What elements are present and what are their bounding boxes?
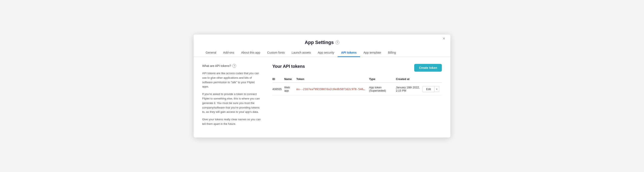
tab-api-tokens[interactable]: API tokens: [338, 49, 360, 57]
sidebar: What are API tokens? ? API tokens are li…: [202, 64, 262, 129]
th-created-at: Created at: [396, 76, 422, 82]
cell-token[interactable]: eu--2167eaf9933807da2c0edb50f3d2c9f8-546…: [296, 82, 369, 96]
modal-body: What are API tokens? ? API tokens are li…: [194, 57, 450, 136]
edit-button-group: Edit▾: [422, 86, 439, 92]
tab-custom-fonts[interactable]: Custom fonts: [264, 49, 288, 57]
tab-launch-assets[interactable]: Launch assets: [288, 49, 314, 57]
table-header-row: IDNameTokenTypeCreated at: [272, 76, 442, 82]
sidebar-question: What are API tokens? ?: [202, 64, 262, 68]
cell-action: Edit▾: [422, 82, 442, 96]
edit-button[interactable]: Edit: [422, 86, 434, 92]
edit-dropdown-button[interactable]: ▾: [434, 86, 439, 92]
cell-type: App token (Superseded): [369, 82, 396, 96]
tab-about[interactable]: About this app: [238, 49, 264, 57]
modal-title: App Settings ?: [305, 40, 339, 45]
table-row: 408555Web appeu--2167eaf9933807da2c0edb5…: [272, 82, 442, 96]
sidebar-help-icon[interactable]: ?: [232, 64, 236, 68]
tab-addons[interactable]: Add-ons: [220, 49, 238, 57]
sidebar-paragraph-1: API tokens are like access codes that yo…: [202, 71, 262, 89]
tab-general[interactable]: General: [202, 49, 220, 57]
th-type: Type: [369, 76, 396, 82]
app-settings-modal: App Settings ? × GeneralAdd-onsAbout thi…: [194, 35, 450, 137]
table-body: 408555Web appeu--2167eaf9933807da2c0edb5…: [272, 82, 442, 96]
tab-billing[interactable]: Billing: [384, 49, 399, 57]
modal-header: App Settings ? ×: [194, 35, 450, 45]
title-help-icon[interactable]: ?: [336, 41, 339, 44]
close-button[interactable]: ×: [441, 35, 447, 42]
cell-created-at: January 18th 2022, 2:15 PM: [396, 82, 422, 96]
token-table: IDNameTokenTypeCreated at 408555Web appe…: [272, 76, 442, 96]
create-token-button[interactable]: Create token: [414, 64, 442, 72]
sidebar-paragraph-3: Give your tokens really clear names so y…: [202, 117, 262, 126]
table-head: IDNameTokenTypeCreated at: [272, 76, 442, 82]
th-name: Name: [284, 76, 296, 82]
sidebar-paragraph-2: If you're asked to provide a token to co…: [202, 92, 262, 114]
th-token: Token: [296, 76, 369, 82]
cell-id: 408555: [272, 82, 284, 96]
tab-app-template[interactable]: App template: [360, 49, 385, 57]
tab-bar: GeneralAdd-onsAbout this appCustom fonts…: [194, 49, 450, 57]
th-actions: [422, 76, 442, 82]
main-content: Your API tokens Create token IDNameToken…: [272, 64, 442, 129]
cell-name: Web app: [284, 82, 296, 96]
section-title: Your API tokens: [272, 64, 305, 69]
modal-title-text: App Settings: [305, 40, 334, 45]
chevron-down-icon: ▾: [436, 88, 437, 90]
th-id: ID: [272, 76, 284, 82]
top-row: Your API tokens Create token: [272, 64, 442, 74]
tab-app-security[interactable]: App security: [314, 49, 338, 57]
